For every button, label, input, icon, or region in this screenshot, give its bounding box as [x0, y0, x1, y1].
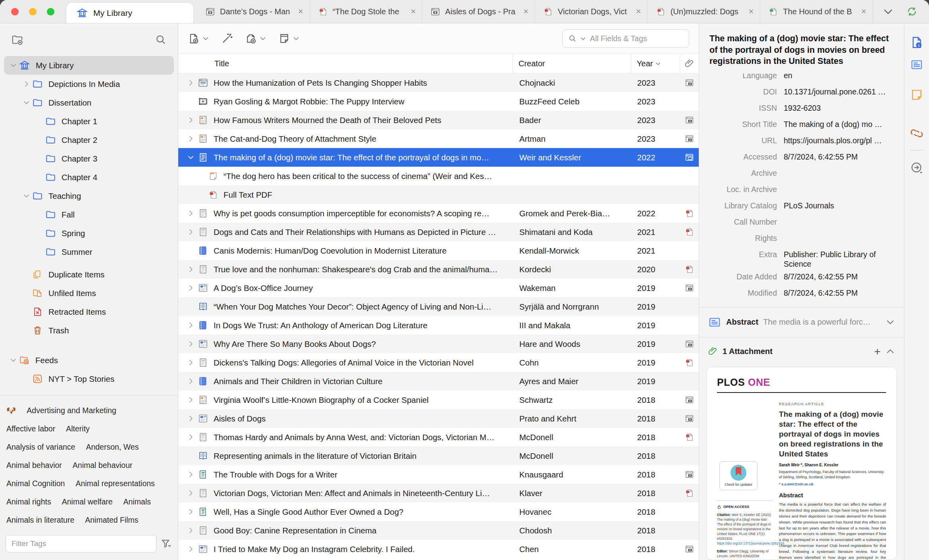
sidebar-item-chapter-1[interactable]: Chapter 1	[4, 112, 174, 131]
tag-animal-behavior[interactable]: Animal behavior	[6, 456, 62, 474]
field-value[interactable]: 8/7/2024, 6:42:55 PM	[784, 288, 896, 298]
tag-advertising-and-marketing[interactable]: Advertising and Marketing	[27, 401, 116, 420]
field-value[interactable]: PLoS Journals	[784, 201, 896, 210]
locate-pane-icon[interactable]	[910, 160, 924, 175]
item-row[interactable]: Ryan Gosling & Margot Robbie: The Puppy …	[178, 92, 699, 111]
tab-overflow-chevron-icon[interactable]	[882, 6, 894, 17]
item-row[interactable]: The Cat-and-Dog Theory of Attachment Sty…	[178, 129, 699, 148]
item-row[interactable]: A Dog’s Box-Office JourneyWakeman2019	[178, 279, 699, 297]
search-box[interactable]	[562, 29, 689, 48]
tag-animal-representations[interactable]: Animal representations	[75, 474, 154, 493]
field-value[interactable]: 8/7/2024, 6:42:55 PM	[784, 152, 896, 162]
twisty-right-icon[interactable]	[185, 284, 196, 292]
column-year[interactable]: Year	[631, 54, 680, 73]
chevron-down-icon[interactable]	[885, 317, 895, 327]
sidebar-item-my-library[interactable]: My Library	[4, 56, 174, 75]
twisty-right-icon[interactable]	[20, 80, 32, 88]
twisty-down-icon[interactable]	[7, 356, 19, 364]
add-attachment-button[interactable]	[245, 33, 266, 44]
twisty-right-icon[interactable]	[185, 471, 196, 478]
reader-tab-5[interactable]: The Hound of the B×	[760, 0, 873, 23]
filter-tags-input[interactable]	[6, 535, 156, 552]
sidebar-item-summer[interactable]: Summer	[4, 242, 174, 261]
tag--[interactable]: 🐶	[6, 401, 16, 420]
related-pane-icon[interactable]	[910, 127, 923, 140]
child-attachment-row[interactable]: “The dog hero has been critical to the s…	[178, 167, 699, 185]
item-row[interactable]: Well, Has a Single Good Author Ever Owne…	[178, 502, 699, 521]
field-value[interactable]: 10.1371/journal.pone.0261 …	[784, 87, 896, 96]
close-tab-icon[interactable]: ×	[522, 6, 529, 17]
reader-tab-3[interactable]: Victorian Dogs, Vict×	[535, 0, 648, 23]
item-row[interactable]: Aisles of DogsPrato and Kehrt2018	[178, 409, 699, 428]
twisty-right-icon[interactable]	[185, 210, 196, 217]
sidebar-item-chapter-3[interactable]: Chapter 3	[4, 149, 174, 168]
column-title[interactable]: Title	[178, 59, 513, 68]
twisty-right-icon[interactable]	[185, 228, 196, 236]
close-tab-icon[interactable]: ×	[860, 6, 867, 17]
tag-filter-options-icon[interactable]	[160, 538, 172, 550]
sidebar-item-dissertation[interactable]: Dissertation	[4, 93, 174, 112]
item-row[interactable]: Animals and Their Children in Victorian …	[178, 372, 699, 391]
twisty-right-icon[interactable]	[185, 116, 196, 124]
item-row[interactable]: How Famous Writers Mourned the Death of …	[178, 111, 699, 129]
sidebar-item-teaching[interactable]: Teaching	[4, 187, 174, 205]
item-row[interactable]: Dogs and Cats and Their Relationships wi…	[178, 223, 699, 241]
twisty-right-icon[interactable]	[185, 396, 196, 404]
info-pane-icon[interactable]: i	[910, 35, 924, 50]
close-tab-icon[interactable]: ×	[748, 6, 755, 17]
twisty-right-icon[interactable]	[185, 415, 196, 422]
tag-animal-welfare[interactable]: Animal welfare	[62, 493, 113, 511]
chevron-up-icon[interactable]	[885, 346, 895, 356]
attachments-section-header[interactable]: 1 Attachment +	[699, 341, 904, 363]
column-attachment[interactable]	[680, 54, 699, 73]
twisty-right-icon[interactable]	[185, 321, 196, 329]
tag-animal-rights[interactable]: Animal rights	[6, 493, 51, 511]
item-row[interactable]: Why Are There So Many Books About Dogs?H…	[178, 335, 699, 353]
tag-anderson-wes[interactable]: Anderson, Wes	[86, 438, 139, 456]
sidebar-item-chapter-2[interactable]: Chapter 2	[4, 131, 174, 149]
twisty-right-icon[interactable]	[185, 79, 196, 87]
abstract-pane-icon[interactable]	[910, 58, 923, 71]
close-tab-icon[interactable]: ×	[635, 6, 642, 17]
tag-animals[interactable]: Animals	[123, 493, 151, 511]
close-tab-icon[interactable]: ×	[410, 6, 416, 17]
item-row[interactable]: Dickens's Talking Dogs: Allegories of An…	[178, 353, 699, 372]
item-row[interactable]: The Trouble with Dogs for a WriterKnausg…	[178, 465, 699, 484]
sidebar-item-retracted-items[interactable]: Retracted Items	[4, 302, 174, 321]
twisty-down-icon[interactable]	[7, 62, 19, 69]
sidebar-item-chapter-4[interactable]: Chapter 4	[4, 168, 174, 187]
item-row[interactable]: How the Humanization of Pets Is Changing…	[178, 73, 699, 92]
twisty-right-icon[interactable]	[185, 377, 196, 385]
add-by-identifier-button[interactable]	[221, 33, 233, 44]
twisty-right-icon[interactable]	[185, 359, 196, 366]
item-row[interactable]: “When Your Dog Matches Your Decor”: Obje…	[178, 297, 699, 316]
minimize-window-button[interactable]	[29, 8, 37, 15]
twisty-down-icon[interactable]	[185, 154, 196, 161]
close-window-button[interactable]	[11, 8, 19, 15]
item-title[interactable]: The making of a (dog) movie star: The ef…	[699, 23, 904, 73]
item-row[interactable]: Why is pet goods consumption imperceptib…	[178, 204, 699, 223]
new-item-button[interactable]	[188, 33, 209, 44]
collection-search-icon[interactable]	[155, 34, 167, 46]
tab-my-library[interactable]: My Library	[66, 3, 193, 23]
field-value[interactable]: 1932-6203	[784, 103, 896, 113]
item-row[interactable]: Victorian Dogs, Victorian Men: Affect an…	[178, 484, 699, 502]
tag-animal-cognition[interactable]: Animal Cognition	[6, 474, 65, 493]
column-creator[interactable]: Creator	[513, 54, 631, 73]
attachment-preview-card[interactable]: PLOS ONE Check for updates	[706, 367, 897, 560]
twisty-right-icon[interactable]	[185, 266, 196, 273]
zoom-window-button[interactable]	[47, 8, 54, 15]
twisty-right-icon[interactable]	[185, 545, 196, 553]
field-value[interactable]: Publisher: Public Library of Science	[784, 250, 896, 269]
field-value[interactable]: 8/7/2024, 6:42:55 PM	[784, 272, 896, 281]
twisty-right-icon[interactable]	[185, 340, 196, 348]
notes-pane-icon[interactable]	[910, 88, 923, 102]
item-row[interactable]: True love and the nonhuman: Shakespeare'…	[178, 260, 699, 279]
sidebar-item-nyt-top-stories[interactable]: NYT > Top Stories	[4, 369, 174, 388]
add-attachment-plus-button[interactable]: +	[874, 345, 881, 358]
item-row[interactable]: In Dogs We Trust: An Anthology of Americ…	[178, 316, 699, 335]
child-attachment-row[interactable]: Full Text PDF	[178, 185, 699, 204]
sidebar-item-trash[interactable]: Trash	[4, 321, 174, 340]
twisty-right-icon[interactable]	[185, 433, 196, 441]
search-scope-chevron-icon[interactable]	[580, 36, 586, 42]
